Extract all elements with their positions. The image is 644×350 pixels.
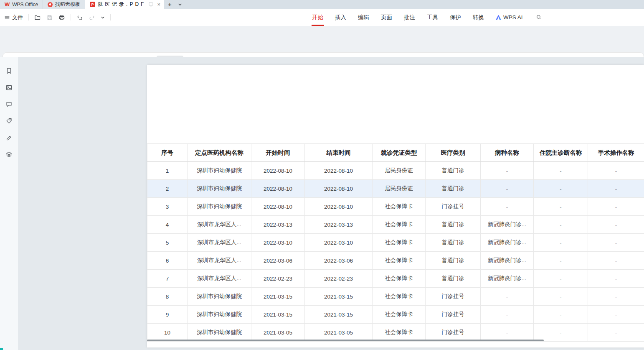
pen-icon (5, 134, 13, 141)
left-sidebar (0, 57, 18, 350)
document-title: 就医记录.PDF (98, 1, 146, 8)
table-cell: 2022-08-10 (251, 180, 305, 198)
table-cell: 普通门诊 (426, 162, 481, 180)
menu-item-wps-ai[interactable]: WPS AI (490, 9, 529, 26)
table-row: 10深圳市妇幼保健院2021-03-052021-03-05社会保障卡门诊挂号-… (147, 324, 644, 342)
table-cell: 10 (147, 324, 188, 342)
redo-icon[interactable] (89, 14, 95, 21)
bookmark-icon (5, 67, 13, 74)
pdf-table: 序号定点医药机构名称开始时间结束时间就诊凭证类型医疗类别病种名称住院主诊断名称手… (147, 143, 644, 342)
table-cell: 深圳市龙华区人... (188, 270, 251, 288)
tab-docer-templates[interactable]: 找稻壳模板 (43, 0, 85, 9)
table-cell: 2 (147, 180, 188, 198)
comments-panel-button[interactable] (4, 100, 15, 108)
table-cell: 普通门诊 (426, 180, 481, 198)
table-cell: - (481, 324, 534, 342)
table-header-cell: 手术操作名称 (588, 144, 644, 162)
table-cell: 2022-08-10 (305, 198, 373, 216)
table-cell: 7 (147, 270, 188, 288)
document-area: 序号定点医药机构名称开始时间结束时间就诊凭证类型医疗类别病种名称住院主诊断名称手… (18, 57, 644, 350)
tags-panel-button[interactable] (4, 117, 15, 125)
print-icon[interactable] (58, 14, 65, 21)
menu-item-edit[interactable]: 编辑 (352, 9, 375, 26)
table-header-cell: 就诊凭证类型 (373, 144, 426, 162)
table-cell: 门诊挂号 (426, 288, 481, 306)
menu-item-label: 批注 (404, 14, 415, 21)
layers-panel-button[interactable] (4, 151, 15, 158)
save-icon[interactable] (46, 14, 53, 21)
thumbnails-panel-button[interactable] (4, 84, 15, 91)
table-header-cell: 定点医药机构名称 (188, 144, 251, 162)
menu-item-home[interactable]: 开始 (306, 9, 329, 26)
table-cell: - (481, 162, 534, 180)
toolbar-caret-icon[interactable] (101, 15, 105, 20)
table-cell: 门诊挂号 (426, 324, 481, 342)
table-cell: - (534, 234, 588, 252)
signature-panel-button[interactable] (4, 134, 15, 141)
tab-label: 找稻壳模板 (55, 1, 80, 8)
horizontal-scrollbar[interactable] (147, 340, 544, 341)
bookmarks-panel-button[interactable] (4, 67, 15, 74)
menu-item-label: 页面 (381, 14, 392, 21)
menu-list: 开始插入编辑页面批注工具保护转换WPS AI (306, 9, 529, 26)
menu-search (531, 9, 545, 26)
pdf-page[interactable]: 序号定点医药机构名称开始时间结束时间就诊凭证类型医疗类别病种名称住院主诊断名称手… (147, 65, 644, 347)
table-cell: - (534, 162, 588, 180)
table-cell: 3 (147, 198, 188, 216)
table-row: 5深圳市龙华区人...2022-03-102022-03-10社会保障卡普通门诊… (147, 234, 644, 252)
tab-document[interactable]: P 就医记录.PDF × (85, 0, 164, 9)
monitor-icon[interactable] (148, 2, 154, 7)
table-body: 1深圳市妇幼保健院2022-08-102022-08-10居民身份证普通门诊--… (147, 162, 644, 342)
comment-icon (5, 101, 13, 108)
table-cell: - (588, 306, 644, 324)
wps-logo-icon: W (5, 1, 10, 8)
menu-item-label: 保护 (450, 14, 461, 21)
table-cell: - (588, 198, 644, 216)
menu-item-annotate[interactable]: 批注 (398, 9, 421, 26)
tab-wps-office[interactable]: W WPS Office (0, 0, 43, 9)
table-cell: 新冠肺炎门诊... (481, 234, 534, 252)
table-cell: 2022-03-13 (251, 216, 305, 234)
table-cell: 深圳市妇幼保健院 (188, 162, 251, 180)
table-cell: - (588, 234, 644, 252)
table-cell: - (534, 198, 588, 216)
menu-item-insert[interactable]: 插入 (329, 9, 352, 26)
table-header-row: 序号定点医药机构名称开始时间结束时间就诊凭证类型医疗类别病种名称住院主诊断名称手… (147, 144, 644, 162)
table-cell: - (534, 270, 588, 288)
hamburger-icon (4, 15, 10, 20)
menu-item-label: 开始 (312, 14, 323, 21)
table-cell: 2022-08-10 (251, 198, 305, 216)
image-icon (5, 84, 13, 91)
table-cell: 社会保障卡 (373, 288, 426, 306)
table-cell: 社会保障卡 (373, 324, 426, 342)
file-menu-button[interactable]: 文件 (4, 14, 23, 21)
table-row: 1深圳市妇幼保健院2022-08-102022-08-10居民身份证普通门诊--… (147, 162, 644, 180)
table-cell: 1 (147, 162, 188, 180)
menu-item-protect[interactable]: 保护 (444, 9, 467, 26)
table-cell: 深圳市妇幼保健院 (188, 306, 251, 324)
menu-search-icon[interactable] (532, 9, 545, 26)
menu-item-page[interactable]: 页面 (375, 9, 398, 26)
table-row: 6深圳市龙华区人...2022-03-062022-03-06社会保障卡普通门诊… (147, 252, 644, 270)
close-tab-icon[interactable]: × (157, 2, 160, 7)
table-cell: 2022-03-10 (305, 234, 373, 252)
menu-item-label: 编辑 (358, 14, 369, 21)
table-cell: 6 (147, 252, 188, 270)
table-cell: 普通门诊 (426, 252, 481, 270)
table-cell: 深圳市妇幼保健院 (188, 180, 251, 198)
table-cell: - (534, 324, 588, 342)
table-cell: 4 (147, 216, 188, 234)
table-cell: - (588, 252, 644, 270)
undo-icon[interactable] (76, 14, 83, 21)
tab-bar: W WPS Office 找稻壳模板 P 就医记录.PDF × + (0, 0, 644, 9)
table-cell: 社会保障卡 (373, 306, 426, 324)
table-header-cell: 住院主诊断名称 (534, 144, 588, 162)
table-cell: 2022-02-23 (305, 270, 373, 288)
tab-list-caret-icon[interactable] (176, 0, 184, 9)
open-folder-icon[interactable] (34, 14, 41, 21)
menu-item-convert[interactable]: 转换 (467, 9, 490, 26)
table-cell: 8 (147, 288, 188, 306)
table-cell: 2022-03-10 (251, 234, 305, 252)
menu-item-tools[interactable]: 工具 (421, 9, 444, 26)
new-tab-button[interactable]: + (164, 0, 176, 9)
